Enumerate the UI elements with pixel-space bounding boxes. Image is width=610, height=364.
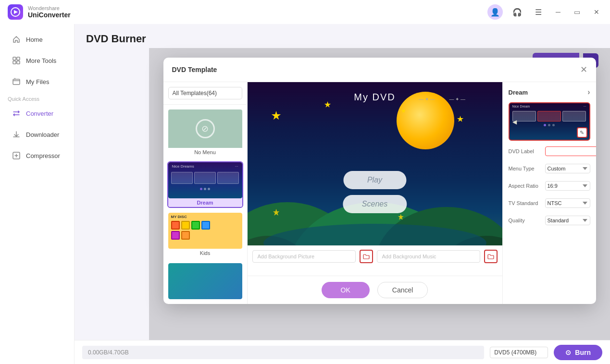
progress-text: 0.00GB/4.70GB [88,349,129,356]
menu-type-select[interactable]: Custom [545,164,590,173]
template-item-teal[interactable] [167,262,243,300]
modal-footer: OK Cancel [248,276,502,304]
user-avatar-icon[interactable]: 👤 [487,4,503,20]
template-list: ⊘ No Menu Nice Dreams ··· [163,105,247,304]
scenes-button-preview[interactable]: Scenes [343,195,407,213]
bg-music-input[interactable]: Add Background Music [377,250,480,263]
downloader-icon [12,130,21,139]
template-filter-select[interactable]: All Templates(64) [168,87,242,99]
aspect-ratio-label: Aspect Ratio [509,183,542,189]
svg-rect-4 [17,61,20,64]
preview-area: My DVD — ✦ — — ✦ — [248,82,502,276]
template-item-dream[interactable]: Nice Dreams ··· [167,161,243,208]
sidebar-item-home[interactable]: Home [4,30,70,49]
sidebar-converter-label: Converter [26,110,53,117]
sidebar-compressor-label: Compressor [26,152,60,159]
tv-standard-row: TV Standard NTSC PAL [509,198,590,208]
headphone-icon[interactable]: 🎧 [510,5,524,19]
bg-picture-input[interactable]: Add Background Picture [252,250,356,263]
tv-standard-select[interactable]: NTSC PAL [545,198,590,208]
burn-button[interactable]: ⊙ Burn [554,345,602,360]
main-content: DVD Burner + Add Files ▼ DVD Template ✕ … [75,24,610,364]
quality-select[interactable]: Standard High Low [545,216,590,225]
titlebar: Wondershare UniConverter 👤 🎧 ☰ ─ ▭ ✕ [0,0,610,24]
thumb-arrow-left: ◀ [512,119,517,125]
minimize-button[interactable]: ─ [553,6,563,18]
bg-picture-placeholder: Add Background Picture [258,254,315,259]
star-decoration-5 [457,116,464,122]
cancel-button[interactable]: Cancel [377,282,428,298]
no-menu-label: No Menu [168,148,242,157]
app-icon [8,4,23,20]
menu-lines-icon[interactable]: ☰ [532,5,545,19]
quality-label: Quality [509,218,542,223]
preview-wrapper: My DVD — ✦ — — ✦ — [248,82,502,304]
modal-body: All Templates(64) ⊘ No Menu [163,82,596,304]
aspect-ratio-select[interactable]: 16:9 4:3 [545,181,590,191]
edit-thumbnail-button[interactable]: ✎ [577,127,587,138]
dvd-template-modal: DVD Template ✕ All Templates(64) [163,58,596,304]
progress-info: 0.00GB/4.70GB [82,346,484,359]
app-name-block: Wondershare UniConverter [28,5,71,19]
home-icon [12,35,21,44]
converter-icon [12,109,21,118]
title-decoration-left: — ✦ — [449,97,466,102]
star-decoration-1 [272,111,281,121]
ok-button[interactable]: OK [322,282,370,298]
bottom-bar: 0.00GB/4.70GB DVD5 (4700MB) DVD9 (8500MB… [75,340,610,364]
modal-header: DVD Template ✕ [163,58,596,82]
template-item-no-menu[interactable]: ⊘ No Menu [167,109,243,158]
my-files-icon [12,77,21,86]
sidebar-home-label: Home [26,36,43,43]
dvd-label-field-label: DVD Label [509,148,542,154]
sidebar-downloader-label: Downloader [26,131,59,138]
teal-card-preview [168,263,242,299]
modal-overlay: DVD Template ✕ All Templates(64) [149,48,610,340]
quick-access-label: Quick Access [0,92,74,103]
sidebar-more-tools-label: More Tools [26,57,56,64]
template-item-kids[interactable]: MY DISC [167,212,243,258]
play-button-preview[interactable]: Play [343,171,406,189]
preview-background: My DVD — ✦ — — ✦ — [248,82,502,245]
svg-rect-2 [17,57,20,60]
sidebar-item-converter[interactable]: Converter [4,104,70,123]
maximize-button[interactable]: ▭ [571,6,583,18]
bg-music-folder-button[interactable] [484,250,498,263]
sidebar-item-compressor[interactable]: Compressor [4,146,70,165]
titlebar-left: Wondershare UniConverter [8,4,71,20]
bg-picture-folder-button[interactable] [360,250,373,263]
app-product: UniConverter [28,11,71,19]
quality-row: Quality Standard High Low [509,216,590,225]
bg-music-placeholder: Add Background Music [382,254,436,259]
dvd-preview-title: My DVD [354,92,395,103]
close-button[interactable]: ✕ [591,6,602,18]
dvd-label-row: DVD Label * [509,146,590,156]
menu-type-label: Menu Type [509,166,542,171]
svg-rect-3 [13,61,16,64]
star-decoration-2 [324,101,331,108]
sidebar-item-downloader[interactable]: Downloader [4,125,70,144]
sidebar-item-my-files[interactable]: My Files [4,72,70,91]
kids-card-preview: MY DISC [168,213,242,249]
menu-type-row: Menu Type Custom [509,164,590,173]
page-title: DVD Burner [75,24,610,49]
template-sidebar: All Templates(64) ⊘ No Menu [163,82,248,304]
sidebar-item-more-tools[interactable]: More Tools [4,51,70,70]
svg-rect-1 [13,57,16,60]
burn-icon: ⊙ [565,349,571,356]
dvd-label-input[interactable] [545,146,596,156]
dvd-type-select[interactable]: DVD5 (4700MB) DVD9 (8500MB) [490,347,548,358]
dvd-type-selector: DVD5 (4700MB) DVD9 (8500MB) [490,347,548,358]
panel-expand-arrow[interactable]: › [587,88,590,97]
panel-section-title: Dream › [509,88,590,97]
dream-card-preview: Nice Dreams ··· [168,162,242,198]
app-brand: Wondershare [28,5,71,11]
template-filter: All Templates(64) [163,82,247,105]
right-panel: Dream › Nice Dream ··· [502,82,596,304]
dream-thumbnail-preview: Nice Dream ··· [509,102,590,141]
sidebar: Home More Tools My Files Quick Access Co… [0,24,75,364]
aspect-ratio-row: Aspect Ratio 16:9 4:3 [509,181,590,191]
dream-label: Dream [168,198,242,207]
modal-close-button[interactable]: ✕ [580,64,587,75]
no-menu-preview: ⊘ [168,109,242,148]
